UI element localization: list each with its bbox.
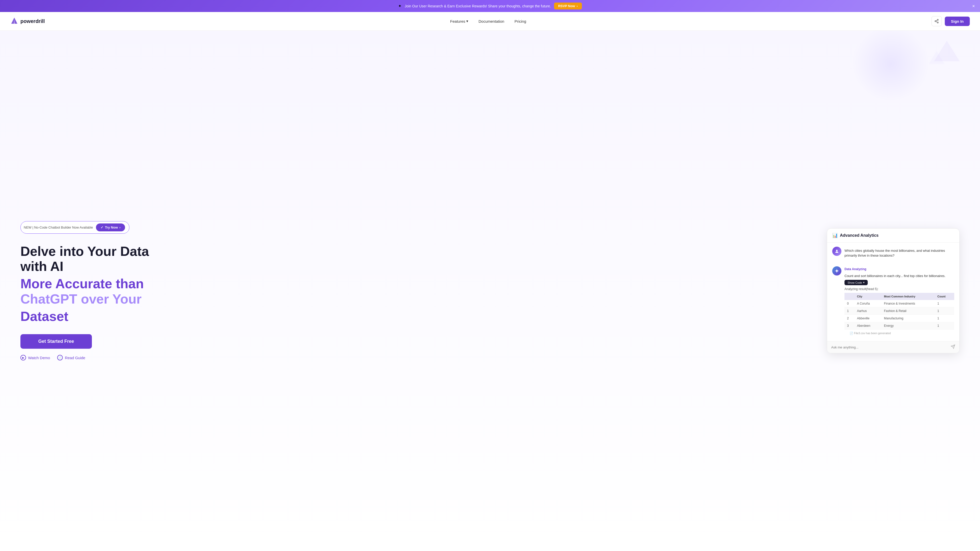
- hero-right: 📊 Advanced Analytics Which cities global…: [827, 228, 959, 354]
- rsvp-button[interactable]: RSVP Now ›: [554, 3, 582, 10]
- cell-industry: Manufacturing: [881, 315, 935, 322]
- signin-button[interactable]: Sign In: [945, 17, 970, 26]
- chat-input-area: [827, 341, 959, 353]
- user-message-text: Which cities globally house the most bil…: [845, 247, 954, 258]
- result-label: Analyzing result(head 5):: [845, 287, 954, 291]
- new-feature-badge: NEW | No-Code Chatbot Builder Now Availa…: [21, 221, 129, 233]
- try-now-button[interactable]: ✓ Try Now ›: [96, 224, 125, 231]
- get-started-button[interactable]: Get Started Free: [21, 334, 92, 349]
- sparkle-icon: ✦: [398, 3, 401, 8]
- check-icon: ✓: [100, 225, 103, 229]
- cell-index: 2: [845, 315, 854, 322]
- svg-line-6: [936, 20, 937, 21]
- watch-demo-link[interactable]: ▶ Watch Demo: [21, 355, 50, 360]
- cell-index: 1: [845, 307, 854, 315]
- results-table: City Most Common Industry Count 0 A Coru…: [845, 293, 954, 330]
- badge-text: NEW | No-Code Chatbot Builder Now Availa…: [24, 225, 93, 229]
- table-row: 0 A Coruña Finance & Investments 1: [845, 300, 954, 307]
- ai-response-block: Data Analyzing Count and sort billionair…: [845, 266, 954, 337]
- hero-headline-4: Dataset: [21, 309, 173, 324]
- svg-point-8: [836, 270, 838, 272]
- svg-line-5: [936, 21, 937, 22]
- svg-point-3: [935, 21, 936, 22]
- play-icon: ▶: [21, 355, 26, 360]
- cell-city: Aberdeen: [854, 322, 881, 330]
- secondary-actions: ▶ Watch Demo 📄 Read Guide: [21, 355, 173, 360]
- arrow-icon: ›: [119, 225, 121, 229]
- table-row: 1 Aarhus Fashion & Retail 1: [845, 307, 954, 315]
- cell-city: A Coruña: [854, 300, 881, 307]
- cell-index: 3: [845, 322, 854, 330]
- nav-links: Features ▾ Documentation Pricing: [450, 19, 526, 24]
- deco-triangle-2: [929, 51, 944, 64]
- hero-section: NEW | No-Code Chatbot Builder Now Availa…: [0, 30, 980, 551]
- document-icon: 📄: [57, 355, 63, 360]
- hero-headline-1: Delve into Your Data with AI: [21, 244, 173, 275]
- table-header-city: City: [854, 293, 881, 300]
- nav-actions: Sign In: [932, 16, 970, 26]
- ai-avatar: [832, 266, 842, 275]
- announcement-text: Join Our User Research & Earn Exclusive …: [404, 4, 551, 8]
- svg-point-2: [937, 19, 939, 21]
- read-guide-link[interactable]: 📄 Read Guide: [57, 355, 85, 360]
- cell-count: 1: [935, 300, 954, 307]
- chevron-down-icon: ▾: [466, 19, 468, 24]
- user-avatar: [832, 247, 842, 256]
- table-row: 2 Abbeville Manufacturing 1: [845, 315, 954, 322]
- show-code-button[interactable]: Show Code ▾: [845, 280, 868, 285]
- analyzing-label: Data Analyzing: [845, 267, 954, 271]
- table-row: 3 Aberdeen Energy 1: [845, 322, 954, 330]
- dropdown-arrow-icon: ▾: [863, 281, 865, 284]
- card-header: 📊 Advanced Analytics: [827, 229, 959, 243]
- analytics-card: 📊 Advanced Analytics Which cities global…: [827, 228, 959, 354]
- share-icon: [934, 19, 939, 24]
- cell-city: Aarhus: [854, 307, 881, 315]
- announcement-banner: ✦ Join Our User Research & Earn Exclusiv…: [0, 0, 980, 12]
- logo-text: powerdrill: [21, 18, 45, 24]
- card-title: Advanced Analytics: [840, 233, 878, 238]
- share-button[interactable]: [932, 16, 942, 26]
- cell-count: 1: [935, 315, 954, 322]
- card-body: Which cities globally house the most bil…: [827, 243, 959, 341]
- chat-input[interactable]: [831, 345, 948, 349]
- cell-count: 1: [935, 307, 954, 315]
- analytics-icon: 📊: [832, 233, 838, 238]
- ai-response-text: Count and sort billionaires in each city…: [845, 272, 954, 279]
- cell-industry: Finance & Investments: [881, 300, 935, 307]
- svg-point-7: [836, 250, 838, 251]
- ai-message: Data Analyzing Count and sort billionair…: [827, 262, 959, 341]
- cell-count: 1: [935, 322, 954, 330]
- cell-industry: Fashion & Retail: [881, 307, 935, 315]
- table-header-count: Count: [935, 293, 954, 300]
- user-icon: [835, 249, 839, 254]
- nav-item-pricing[interactable]: Pricing: [514, 19, 526, 24]
- navbar: powerdrill Features ▾ Documentation Pric…: [0, 12, 980, 30]
- logo-icon: [10, 17, 18, 25]
- file-generated-notice: 📄 File3.csv has been generated: [845, 330, 954, 337]
- hero-left: NEW | No-Code Chatbot Builder Now Availa…: [21, 221, 173, 361]
- cell-city: Abbeville: [854, 315, 881, 322]
- cell-industry: Energy: [881, 322, 935, 330]
- logo[interactable]: powerdrill: [10, 17, 45, 25]
- user-message: Which cities globally house the most bil…: [827, 243, 959, 262]
- send-button[interactable]: [951, 345, 955, 350]
- hero-headline-2-3: More Accurate than ChatGPT over Your: [21, 276, 173, 307]
- table-header-index: [845, 293, 854, 300]
- nav-item-documentation[interactable]: Documentation: [479, 19, 504, 24]
- nav-item-features[interactable]: Features ▾: [450, 19, 468, 24]
- send-icon: [951, 345, 955, 349]
- svg-point-4: [937, 22, 939, 23]
- ai-icon: [835, 268, 839, 273]
- close-banner-button[interactable]: ×: [972, 4, 975, 8]
- cell-index: 0: [845, 300, 854, 307]
- table-header-industry: Most Common Industry: [881, 293, 935, 300]
